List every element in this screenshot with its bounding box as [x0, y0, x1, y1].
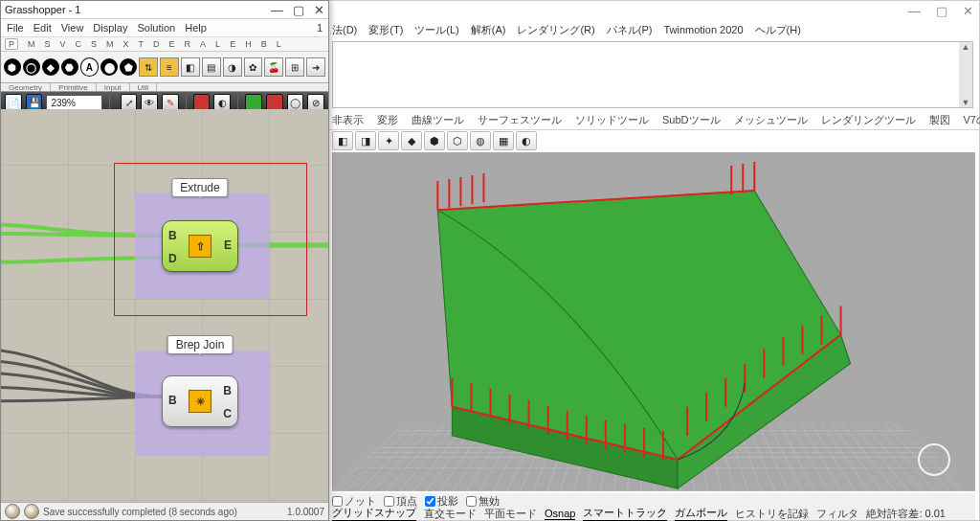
port-extrusion[interactable]: E: [224, 238, 232, 252]
menu-help[interactable]: Help: [185, 22, 207, 34]
tab[interactable]: S: [91, 39, 97, 49]
tab[interactable]: M: [28, 39, 35, 49]
menu-item[interactable]: Twinmotion 2020: [663, 24, 743, 35]
toolbar-tab[interactable]: SubDツール: [662, 113, 721, 127]
menu-item[interactable]: 変形(T): [368, 23, 403, 37]
tab[interactable]: B: [261, 39, 267, 49]
maximize-icon[interactable]: ▢: [936, 4, 947, 18]
util-icon[interactable]: ✿: [244, 57, 263, 77]
toolbar-tab[interactable]: V7の新機能: [964, 113, 980, 127]
param-icon[interactable]: ⬢: [4, 58, 21, 76]
input-icon[interactable]: ◑: [223, 57, 242, 77]
param-icon[interactable]: A: [80, 57, 100, 77]
tab[interactable]: L: [215, 39, 220, 49]
menu-edit[interactable]: Edit: [33, 22, 52, 34]
toolbar-tab[interactable]: レンダリングツール: [821, 113, 916, 127]
param-icon[interactable]: ◯: [23, 58, 40, 76]
status-ortho[interactable]: 直交モード: [424, 507, 477, 521]
status-planar[interactable]: 平面モード: [484, 507, 537, 521]
menu-item[interactable]: ヘルプ(H): [755, 23, 801, 37]
tab[interactable]: L: [277, 39, 281, 49]
tab[interactable]: E: [169, 39, 175, 49]
toolbar-tab[interactable]: 変形: [377, 113, 398, 127]
param-icon[interactable]: ⬣: [61, 58, 78, 76]
toolbar-tab[interactable]: サーフェスツール: [478, 113, 562, 127]
mru-icon[interactable]: [24, 504, 39, 519]
tab[interactable]: S: [45, 39, 51, 49]
input-icon[interactable]: ⇅: [139, 57, 158, 77]
tool-icon[interactable]: ⬢: [424, 131, 445, 150]
tool-icon[interactable]: ◐: [516, 131, 537, 150]
tab[interactable]: X: [123, 39, 129, 49]
minimize-icon[interactable]: —: [908, 4, 921, 18]
tab[interactable]: E: [230, 39, 235, 49]
viewport[interactable]: [332, 152, 975, 491]
component-brepjoin[interactable]: B B C ✳: [162, 375, 238, 427]
tab-params[interactable]: P: [5, 38, 18, 50]
tab[interactable]: V: [60, 39, 66, 49]
menu-file[interactable]: File: [7, 22, 24, 34]
menu-solution[interactable]: Solution: [137, 22, 175, 34]
tool-icon[interactable]: ◍: [470, 131, 491, 150]
input-icon[interactable]: ≡: [160, 57, 179, 77]
gh-canvas[interactable]: Extrude B D E ⇧ Brep Join B B C ✳: [1, 109, 328, 501]
menu-item[interactable]: 法(D): [332, 23, 357, 37]
util-icon[interactable]: ⊞: [285, 57, 304, 77]
menu-display[interactable]: Display: [93, 22, 127, 34]
autosave-icon[interactable]: [5, 504, 20, 519]
input-icon[interactable]: ▤: [202, 57, 221, 77]
port-breps-out[interactable]: B: [223, 384, 232, 397]
menu-item[interactable]: ツール(L): [414, 23, 458, 37]
toolbar-tab[interactable]: 製図: [929, 113, 950, 127]
status-gridsnap[interactable]: グリッドスナップ: [332, 506, 416, 521]
minimize-icon[interactable]: —: [271, 3, 283, 17]
maximize-icon[interactable]: ▢: [293, 3, 304, 17]
tool-icon[interactable]: ▦: [493, 131, 514, 150]
tab[interactable]: M: [106, 39, 114, 49]
toolbar-tab[interactable]: メッシュツール: [734, 113, 808, 127]
nav-widget-icon[interactable]: [918, 443, 950, 476]
scrollbar[interactable]: ▲▼: [959, 42, 972, 107]
menu-item[interactable]: 解析(A): [471, 23, 506, 37]
tool-icon[interactable]: ◧: [332, 131, 353, 150]
util-icon[interactable]: ➔: [306, 57, 325, 77]
status-history[interactable]: ヒストリを記録: [735, 507, 809, 521]
input-icon[interactable]: ◧: [181, 57, 200, 77]
tool-icon[interactable]: ⬡: [447, 131, 468, 150]
scroll-up-icon[interactable]: ▲: [962, 42, 970, 52]
tab[interactable]: C: [76, 39, 82, 49]
port-closed[interactable]: C: [223, 407, 232, 420]
tool-icon[interactable]: ◨: [355, 131, 376, 150]
tab[interactable]: A: [200, 39, 206, 49]
tool-icon[interactable]: ✦: [378, 131, 399, 150]
status-gumball[interactable]: ガムボール: [675, 506, 727, 521]
command-area[interactable]: ▲▼: [332, 41, 973, 108]
close-icon[interactable]: ✕: [963, 4, 973, 18]
status-osnap[interactable]: Osnap: [545, 508, 575, 520]
zoom-input[interactable]: 239%: [46, 95, 101, 110]
tab[interactable]: R: [185, 39, 191, 49]
port-breps-in[interactable]: B: [168, 394, 177, 407]
toolbar-tab[interactable]: 非表示: [332, 113, 364, 127]
component-extrude[interactable]: B D E ⇧: [162, 220, 238, 272]
toolbar-tab[interactable]: 曲線ツール: [412, 113, 464, 127]
port-direction[interactable]: D: [168, 252, 177, 265]
tool-icon[interactable]: ◆: [401, 131, 422, 150]
param-icon[interactable]: ◆: [42, 58, 59, 76]
port-base[interactable]: B: [168, 229, 177, 242]
tab[interactable]: T: [139, 39, 145, 49]
toolbar-tab[interactable]: ソリッドツール: [575, 113, 649, 127]
param-icon[interactable]: ⬟: [120, 58, 137, 76]
menu-item[interactable]: レンダリング(R): [517, 23, 594, 37]
menu-view[interactable]: View: [61, 22, 84, 34]
status-smarttrack[interactable]: スマートトラック: [583, 506, 667, 521]
util-icon[interactable]: 🍒: [264, 57, 283, 77]
status-filter[interactable]: フィルタ: [816, 507, 858, 521]
scroll-down-icon[interactable]: ▼: [962, 98, 970, 107]
gh-titlebar[interactable]: Grasshopper - 1 — ▢ ✕: [1, 1, 328, 19]
tab[interactable]: D: [153, 39, 160, 49]
tab[interactable]: H: [245, 39, 252, 49]
close-icon[interactable]: ✕: [314, 3, 324, 17]
param-icon[interactable]: ⬤: [100, 58, 118, 76]
menu-item[interactable]: パネル(P): [607, 23, 653, 37]
